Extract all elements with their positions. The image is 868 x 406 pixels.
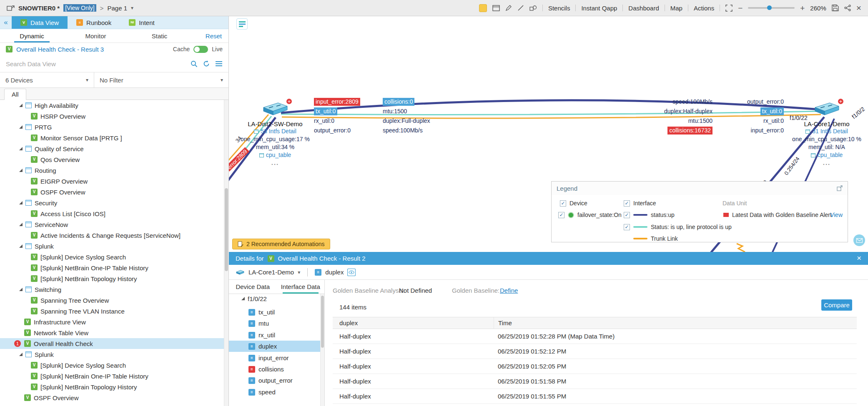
checkbox[interactable]: ✓	[624, 212, 630, 218]
shapes-icon[interactable]	[529, 5, 537, 11]
alert-plus-badge[interactable]: +	[286, 98, 293, 105]
email-alert-button[interactable]	[853, 234, 865, 246]
variable-item-tx-util[interactable]: ≡tx_util	[229, 306, 320, 318]
menu-instant-qapp[interactable]: Instant Qapp	[581, 5, 617, 12]
cpu-usage-label[interactable]: one_min_cpu_usage:17 %	[229, 135, 334, 143]
zoom-out-button[interactable]: −	[738, 4, 743, 12]
alert-plus-badge[interactable]: +	[837, 98, 844, 105]
variable-item-mtu[interactable]: ≡mtu	[229, 318, 320, 329]
link-data-label[interactable]: duplex:Full-duplex	[383, 117, 430, 125]
variable-item-speed[interactable]: ≡speed	[229, 386, 320, 398]
collapse-arrow-icon[interactable]	[19, 147, 23, 150]
tree-item-security[interactable]: Security	[0, 197, 224, 208]
tree-item-quality-of-service[interactable]: Quality of Service	[0, 143, 224, 154]
variable-item-duplex[interactable]: ≡duplex	[229, 341, 320, 352]
column-header-time[interactable]: Time	[494, 317, 857, 329]
device-node[interactable]: + LA-Core1-Demo 31 Intfs Detail one_min_…	[768, 101, 868, 166]
cache-live-toggle[interactable]	[193, 46, 208, 53]
table-row[interactable]: Half-duplex06/25/2019 01:52:28 PM (Map D…	[333, 329, 857, 344]
variable-scrollbar[interactable]	[320, 294, 324, 406]
collapse-arrow-icon[interactable]	[19, 201, 23, 204]
tree-item-splunk-netbrain-one-ip-table-history[interactable]: V[Splunk] NetBrain One-IP Table History	[0, 262, 224, 273]
menu-map[interactable]: Map	[670, 5, 682, 12]
tab-all[interactable]: All	[4, 89, 26, 100]
collapse-arrow-icon[interactable]	[19, 104, 23, 107]
tree-item-spanning-tree-overview[interactable]: VSpanning Tree Overview	[0, 295, 224, 306]
close-details-button[interactable]: ×	[857, 254, 861, 263]
tree-item-splunk[interactable]: Splunk	[0, 241, 224, 252]
table-row[interactable]: Half-duplex06/25/2019 01:51:55 PM	[333, 389, 857, 404]
link-data-label[interactable]: speed:100Mb/s	[672, 98, 712, 106]
export-icon[interactable]	[832, 5, 839, 11]
device-node[interactable]: + LA-Dist2-SW-Demo 53 Intfs Detail one_m…	[229, 101, 334, 166]
column-header-duplex[interactable]: duplex	[333, 319, 494, 326]
menu-dashboard[interactable]: Dashboard	[628, 5, 659, 12]
intfs-detail-link[interactable]: 31 Intfs Detail	[768, 127, 868, 135]
view-link[interactable]: View	[830, 212, 843, 218]
scrollbar-thumb[interactable]	[321, 296, 324, 348]
switch-icon[interactable]: +	[813, 101, 840, 119]
tree-item-eigrp-overview[interactable]: VEIGRP Overview	[0, 176, 224, 187]
link-data-label[interactable]: duplex:Half-duplex	[664, 107, 712, 115]
result-link[interactable]: Overall Health Check - Result 3	[16, 46, 104, 53]
tree-item-splunk-netbrain-topology-history[interactable]: V[Splunk] NetBrain Topology History	[0, 381, 224, 392]
line-tool-icon[interactable]	[517, 5, 524, 11]
tree-item-servicenow[interactable]: ServiceNow	[0, 219, 224, 230]
chevron-down-icon[interactable]: ▾	[298, 269, 300, 275]
tree-item-access-list-cisco-ios[interactable]: VAccess List [Cisco IOS]	[0, 208, 224, 219]
collapse-arrow-icon[interactable]	[19, 169, 23, 172]
page-dropdown-caret[interactable]: ▾	[131, 5, 133, 11]
interface-group-row[interactable]: f1/0/22	[229, 294, 320, 303]
menu-stencils[interactable]: Stencils	[548, 5, 570, 12]
tree-item-active-incidents-change-requests-servicenow[interactable]: VActive Incidents & Change Requests [Ser…	[0, 230, 224, 241]
map-canvas[interactable]: input_error:2809tx_util:0rx_util:0output…	[229, 16, 868, 252]
panel-tab-data-view[interactable]: VData View	[12, 16, 68, 29]
collapse-arrow-icon[interactable]	[19, 353, 23, 356]
switch-icon[interactable]: +	[261, 101, 289, 119]
variable-item-input-error[interactable]: ≡input_error	[229, 352, 320, 364]
tree-item-high-availability[interactable]: High Availability	[0, 100, 224, 111]
filter-dropdown[interactable]: No Filter ▾	[94, 72, 228, 87]
device-selector[interactable]: LA-Core1-Demo	[248, 269, 294, 276]
menu-actions[interactable]: Actions	[694, 5, 714, 12]
recommended-automations-button[interactable]: 2 Recommended Automations	[232, 239, 330, 249]
search-icon[interactable]	[190, 60, 198, 67]
note-color-icon[interactable]	[479, 4, 487, 12]
tree-item-infrastructure-view[interactable]: VInfrastructure View	[0, 316, 224, 327]
window-frame-icon[interactable]	[492, 5, 500, 11]
tree-item-switching[interactable]: Switching	[0, 284, 224, 295]
device-name[interactable]: LA-Core1-Demo	[768, 120, 868, 127]
subtab-static[interactable]: Static	[128, 29, 191, 42]
zoom-in-button[interactable]: +	[800, 4, 805, 12]
view-raw-data-icon[interactable]	[347, 269, 356, 276]
tree-item-splunk-netbrain-topology-history[interactable]: V[Splunk] NetBrain Topology History	[0, 273, 224, 284]
tree-item-splunk-device-syslog-search[interactable]: V[Splunk] Device Syslog Search	[0, 360, 224, 371]
collapse-panel-icon[interactable]: «	[0, 16, 12, 29]
details-tab-interface-data[interactable]: Interface Data	[277, 280, 325, 294]
tree-item-splunk-device-syslog-search[interactable]: V[Splunk] Device Syslog Search	[0, 252, 224, 262]
collapse-arrow-icon[interactable]	[19, 288, 23, 291]
panel-tab-intent[interactable]: NIIntent	[120, 16, 163, 29]
link-data-label[interactable]: mtu:1500	[688, 117, 712, 125]
tree-item-monitor-sensor-data-prtg[interactable]: VMonitor Sensor Data [PRTG ]	[0, 132, 224, 143]
tree-item-qos-overview[interactable]: VQos Overview	[0, 154, 224, 165]
table-row[interactable]: Half-duplex06/25/2019 01:51:58 PM	[333, 374, 857, 389]
close-map-button[interactable]: ×	[856, 4, 861, 12]
tree-item-splunk-netbrain-one-ip-table-history[interactable]: V[Splunk] NetBrain One-IP Table History	[0, 371, 224, 381]
tree-item-ospf-overview[interactable]: VOSPF Overview	[0, 187, 224, 197]
cpu-table-link[interactable]: cpu_table	[768, 151, 868, 159]
tree-item-routing[interactable]: Routing	[0, 165, 224, 176]
mem-util-label[interactable]: mem_util:34 %	[229, 143, 334, 151]
link-data-label[interactable]: speed:100Mb/s	[383, 127, 423, 135]
mem-util-label[interactable]: mem_util: N/A	[768, 143, 868, 151]
refresh-icon[interactable]	[203, 60, 210, 67]
devices-dropdown[interactable]: 6 Devices ▾	[0, 72, 94, 87]
details-tab-device-data[interactable]: Device Data	[229, 280, 277, 294]
tree-item-ospf-overview[interactable]: VOSPF Overview	[0, 392, 224, 403]
compare-button[interactable]: Compare	[821, 299, 852, 311]
tree-item-network-table-view[interactable]: VNetwork Table View	[0, 327, 224, 338]
variable-item-output-error[interactable]: ≡output_error	[229, 375, 320, 386]
more-handle[interactable]: ...	[768, 159, 868, 166]
cpu-usage-label[interactable]: one_min_cpu_usage:10 %	[768, 135, 868, 143]
popout-icon[interactable]	[837, 185, 843, 191]
